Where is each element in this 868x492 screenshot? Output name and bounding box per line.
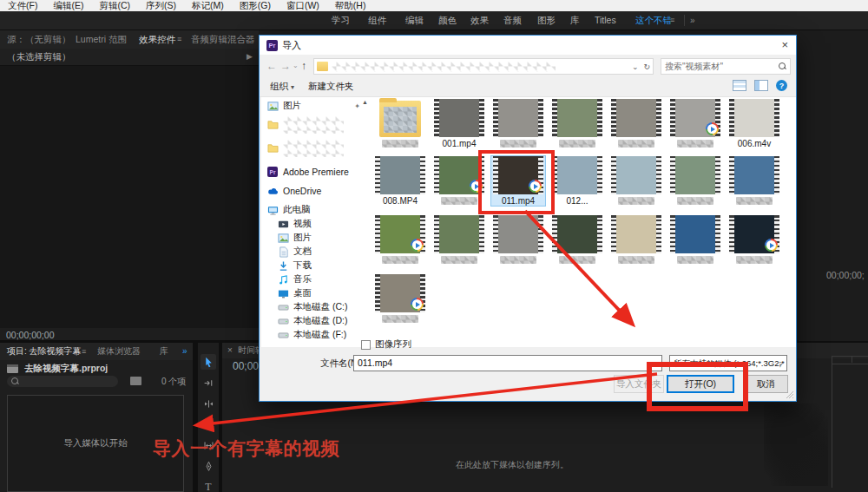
help-icon[interactable]: ? <box>776 80 787 91</box>
workspace-tab[interactable]: 这个不错 <box>632 11 675 30</box>
project-panel-tab[interactable]: 库 <box>160 343 168 360</box>
menu-item[interactable]: 剪辑(C) <box>91 0 138 11</box>
sidebar-item-adobepremiere[interactable]: PrAdobe Premiere <box>266 165 367 179</box>
file-item[interactable] <box>373 215 427 264</box>
filetype-select[interactable]: 所有支持的媒体 (*.264;*.3G2;* ⌄ <box>669 355 787 371</box>
sidebar-item-[interactable]: 图片 <box>266 231 367 245</box>
menu-item[interactable]: 文件(F) <box>0 0 45 11</box>
menu-item[interactable]: 帮助(H) <box>327 0 374 11</box>
sidebar-item-blurred[interactable] <box>266 113 367 136</box>
file-item[interactable] <box>373 274 427 323</box>
type-tool[interactable]: T <box>201 479 216 492</box>
file-item[interactable] <box>432 156 486 206</box>
organize-button[interactable]: 组织 ▾ <box>270 77 294 96</box>
razor-tool[interactable] <box>201 417 216 432</box>
workspace-tab[interactable]: Titles <box>591 11 620 30</box>
overflow-tabs-icon[interactable]: » <box>690 11 695 30</box>
search-input[interactable]: 搜索"视频素材" <box>661 58 791 75</box>
panel-menu-icon[interactable]: ≡ <box>177 30 181 49</box>
file-item[interactable] <box>550 99 604 148</box>
panel-menu-icon[interactable]: ≡ <box>670 11 674 30</box>
file-item[interactable] <box>432 215 486 264</box>
sidebar-item-[interactable]: 下载 <box>266 259 367 272</box>
panel-menu-icon[interactable]: ≡ <box>82 343 86 360</box>
workspace-tab[interactable]: 效果 <box>467 11 492 30</box>
file-item[interactable] <box>609 156 663 206</box>
track-select-tool[interactable] <box>201 375 216 390</box>
chevron-down-icon[interactable]: ⌄ <box>652 356 658 371</box>
file-item-012...[interactable]: 012... <box>550 156 604 206</box>
file-item[interactable] <box>609 99 663 148</box>
address-dropdown-icon[interactable]: ⌄ <box>632 62 639 71</box>
filename-input[interactable]: 011.mp4 ⌄ <box>353 355 662 371</box>
forward-icon[interactable]: → <box>280 58 291 74</box>
file-item[interactable] <box>727 156 781 206</box>
sidebar-item-[interactable]: 桌面 <box>266 286 367 300</box>
file-item-011.mp4[interactable]: 011.mp4 <box>491 156 545 206</box>
sidebar-item-[interactable]: 此电脑 <box>266 203 367 217</box>
preview-pane-icon[interactable] <box>754 80 768 91</box>
menu-item[interactable]: 窗口(W) <box>279 0 327 11</box>
slip-tool[interactable] <box>201 437 216 453</box>
view-mode-icon[interactable] <box>733 80 746 91</box>
workspace-tab[interactable]: 颜色 <box>435 11 460 30</box>
sidebar-item-[interactable]: 音乐 <box>266 272 367 286</box>
project-search-input[interactable] <box>7 376 118 387</box>
file-item[interactable] <box>491 215 545 264</box>
back-icon[interactable]: ← <box>266 58 277 74</box>
file-item[interactable] <box>609 215 663 264</box>
file-item[interactable] <box>668 99 722 148</box>
file-item[interactable] <box>550 215 604 264</box>
menu-item[interactable]: 序列(S) <box>138 0 184 11</box>
sidebar-item-[interactable]: 文档 <box>266 245 367 259</box>
dialog-title-bar[interactable]: Pr 导入 × <box>260 36 796 55</box>
up-icon[interactable]: ↑ <box>301 58 306 74</box>
source-panel-tab[interactable]: Lumetri 范围 <box>76 30 127 49</box>
workspace-tab[interactable]: 学习 <box>328 11 353 30</box>
sidebar-item-onedrive[interactable]: OneDrive <box>266 184 367 198</box>
menu-item[interactable]: 标记(M) <box>184 0 232 11</box>
file-item-001.mp4[interactable]: 001.mp4 <box>432 99 486 148</box>
refresh-icon[interactable]: ↻ <box>643 62 650 71</box>
sidebar-item-[interactable]: 图片✦ <box>266 99 367 113</box>
open-button[interactable]: 打开(O) <box>667 375 734 393</box>
sidebar-item-f[interactable]: 本地磁盘 (F:) <box>266 328 367 342</box>
sidebar-item-d[interactable]: 本地磁盘 (D:) <box>266 314 367 328</box>
file-item[interactable] <box>668 215 722 264</box>
pen-tool[interactable] <box>201 458 216 474</box>
file-item-006.m4v[interactable]: 006.m4v <box>727 99 781 148</box>
new-folder-button[interactable]: 新建文件夹 <box>308 77 354 95</box>
workspace-tab[interactable]: 组件 <box>365 11 390 30</box>
sidebar-item-[interactable]: 视频 <box>266 217 367 231</box>
close-panel-icon[interactable]: × <box>227 343 233 358</box>
folder-item[interactable] <box>373 99 427 148</box>
expand-arrow-icon[interactable]: ▶ <box>247 49 253 65</box>
menu-item[interactable]: 图形(G) <box>232 0 279 11</box>
source-panel-tab[interactable]: 效果控件 <box>139 30 175 49</box>
ripple-edit-tool[interactable] <box>201 396 216 411</box>
project-panel-tab[interactable]: 媒体浏览器 <box>97 343 141 360</box>
source-panel-tab[interactable]: 源：（无剪辑） <box>7 30 71 49</box>
project-empty-drop-area[interactable]: 导入媒体以开始 <box>7 395 184 492</box>
resize-grip[interactable] <box>786 390 793 398</box>
source-panel-tab[interactable]: 音频剪辑混合器 <box>191 30 255 49</box>
close-icon[interactable]: × <box>781 38 788 51</box>
file-item[interactable] <box>668 156 722 206</box>
file-item[interactable] <box>727 215 781 264</box>
sidebar-item-c[interactable]: 本地磁盘 (C:) <box>266 300 367 314</box>
file-item-008.mp4[interactable]: 008.MP4 <box>373 156 427 206</box>
cancel-button[interactable]: 取消 <box>744 375 788 393</box>
address-bar[interactable]: ⌄ ↻ <box>313 58 654 75</box>
workspace-tab[interactable]: 音频 <box>500 11 525 30</box>
workspace-tab[interactable]: 库 <box>567 11 583 30</box>
import-folder-button[interactable]: 导入文件夹 <box>614 375 664 393</box>
history-dropdown-icon[interactable]: ⌄ <box>293 58 299 74</box>
project-panel-tab[interactable]: 项目: 去除视频字幕 <box>7 343 82 360</box>
workspace-tab[interactable]: 编辑 <box>402 11 427 30</box>
workspace-tab[interactable]: 图形 <box>534 11 559 30</box>
new-bin-icon[interactable] <box>130 377 141 385</box>
image-sequence-option[interactable]: 图像序列 <box>361 338 411 351</box>
selection-tool[interactable] <box>201 354 216 370</box>
sidebar-item-blurred[interactable] <box>266 136 367 160</box>
menu-item[interactable]: 编辑(E) <box>45 0 91 11</box>
